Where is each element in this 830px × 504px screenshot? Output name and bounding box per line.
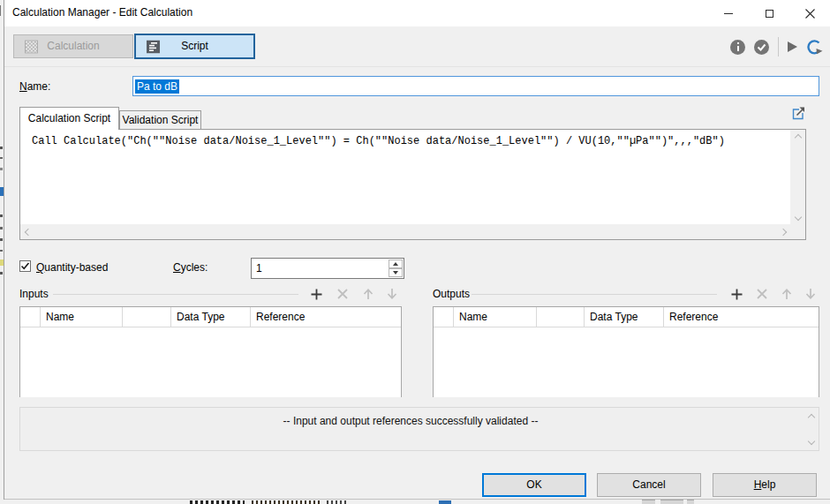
chevron-left-icon (24, 228, 31, 235)
chevron-right-icon (779, 228, 786, 235)
inputs-move-up-button[interactable] (360, 286, 376, 302)
info-icon[interactable] (730, 40, 745, 55)
inputs-table[interactable]: Name Data Type Reference (19, 306, 402, 397)
inputs-add-button[interactable] (308, 286, 324, 302)
inputs-col-name[interactable]: Name (41, 307, 123, 327)
cycles-label: Cycles: (173, 261, 208, 274)
outputs-move-up-button[interactable] (779, 286, 795, 302)
help-button[interactable]: Help (713, 473, 817, 497)
chevron-up-icon (794, 133, 801, 140)
tab-calculation-script-label: Calculation Script (28, 112, 110, 124)
calculation-view-button[interactable]: Calculation (13, 34, 133, 58)
background-artifact (687, 500, 694, 504)
checkmark-icon (20, 261, 30, 271)
background-artifact (439, 500, 451, 504)
arrow-up-icon (363, 288, 374, 300)
script-vertical-scrollbar[interactable] (790, 130, 805, 224)
background-artifact (0, 214, 3, 217)
outputs-add-button[interactable] (728, 286, 744, 302)
cycles-stepper[interactable]: 1 (251, 258, 404, 279)
name-input-selected-text: Pa to dB (135, 79, 179, 94)
outputs-table-body[interactable] (434, 327, 819, 397)
background-artifact (190, 500, 245, 504)
outputs-col-reference[interactable]: Reference (664, 307, 819, 327)
tab-calculation-script[interactable]: Calculation Script (19, 107, 119, 130)
validate-check-icon[interactable] (754, 40, 769, 55)
tab-validation-script-label: Validation Script (123, 114, 199, 126)
background-artifact (252, 500, 321, 504)
inputs-remove-button[interactable] (335, 286, 351, 302)
outputs-remove-button[interactable] (754, 286, 770, 302)
expand-editor-button[interactable] (790, 104, 808, 122)
cross-icon (757, 289, 767, 299)
background-artifact (0, 168, 3, 170)
background-artifact (660, 500, 683, 504)
outputs-col-name[interactable]: Name (454, 307, 537, 327)
inputs-col-blank2 (123, 307, 171, 327)
outputs-move-down-button[interactable] (803, 286, 819, 302)
outputs-col-blank1 (434, 307, 454, 327)
plus-icon (731, 289, 743, 300)
toolbar-right-icons (730, 35, 823, 58)
validation-status-box: -- Input and output references successfu… (19, 407, 819, 451)
background-artifact (0, 157, 3, 159)
close-icon (805, 9, 815, 19)
validation-status-message: -- Input and output references successfu… (20, 415, 801, 427)
open-external-icon (790, 104, 807, 121)
background-artifact (642, 500, 655, 504)
run-interactive-icon[interactable] (806, 39, 823, 56)
name-input[interactable]: Pa to dB (132, 76, 819, 96)
cycles-decrement-button[interactable] (389, 268, 403, 277)
tab-validation-script[interactable]: Validation Script (119, 110, 201, 130)
scroll-up-button[interactable] (790, 130, 805, 145)
cancel-button[interactable]: Cancel (597, 473, 701, 497)
calculation-icon (25, 40, 38, 53)
ok-label: OK (526, 478, 541, 491)
cycles-value[interactable]: 1 (256, 262, 262, 275)
background-artifact (0, 147, 3, 149)
inputs-move-down-button[interactable] (384, 286, 400, 302)
cycles-increment-button[interactable] (389, 260, 403, 268)
background-artifact (0, 227, 3, 229)
chevron-up-icon (807, 413, 814, 420)
outputs-table-header: Name Data Type Reference (434, 307, 819, 327)
scrollbar-corner (790, 224, 805, 239)
quantity-based-label[interactable]: Quantity-based (36, 261, 108, 274)
cycles-spin-buttons (389, 260, 403, 277)
minimize-icon (724, 13, 733, 14)
script-icon (147, 40, 160, 53)
titlebar[interactable]: Calculation Manager - Edit Calculation (4, 0, 830, 26)
outputs-col-data-type[interactable]: Data Type (585, 307, 664, 327)
script-horizontal-scrollbar[interactable] (20, 224, 790, 239)
script-code[interactable]: Call Calculate("Ch(""Noise data/Noise_1_… (20, 130, 790, 224)
maximize-button[interactable] (749, 0, 789, 26)
background-artifact (0, 250, 3, 252)
name-label: Name: (19, 80, 50, 93)
inputs-col-blank1 (20, 307, 41, 327)
background-artifact (0, 5, 1, 16)
close-button[interactable] (789, 0, 830, 26)
window-title: Calculation Manager - Edit Calculation (12, 6, 192, 19)
quantity-based-checkbox[interactable] (19, 260, 31, 272)
scroll-right-button[interactable] (775, 224, 790, 239)
inputs-col-reference[interactable]: Reference (251, 307, 401, 327)
outputs-table[interactable]: Name Data Type Reference (433, 306, 819, 397)
ok-button[interactable]: OK (482, 473, 586, 497)
run-icon[interactable] (788, 41, 797, 52)
background-artifact (0, 238, 3, 241)
calculation-script-editor[interactable]: Call Calculate("Ch(""Noise data/Noise_1_… (19, 129, 806, 240)
arrow-up-icon (781, 288, 792, 300)
arrow-down-icon (805, 288, 816, 300)
scroll-down-button[interactable] (790, 209, 805, 224)
status-scroll-up-button[interactable] (804, 410, 819, 425)
chevron-down-icon (807, 437, 814, 444)
background-artifact (0, 272, 3, 275)
chevron-down-icon (794, 213, 801, 220)
minimize-button[interactable] (708, 0, 749, 26)
inputs-table-body[interactable] (20, 327, 401, 397)
inputs-section-label: Inputs (19, 288, 49, 300)
inputs-col-data-type[interactable]: Data Type (171, 307, 251, 327)
status-scroll-down-button[interactable] (804, 433, 819, 448)
script-view-button[interactable]: Script (134, 34, 255, 59)
scroll-left-button[interactable] (20, 224, 35, 239)
